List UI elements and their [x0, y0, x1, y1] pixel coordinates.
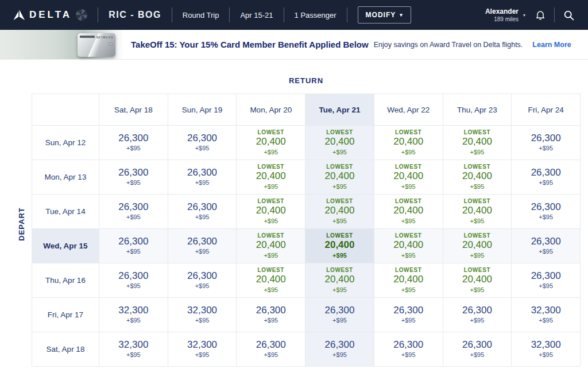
- lowest-badge: LOWEST: [464, 164, 490, 170]
- award-price: 26,300: [462, 305, 492, 316]
- fare-cell[interactable]: LOWEST20,400+$95: [305, 160, 374, 195]
- search-button[interactable]: [562, 8, 575, 22]
- fare-cell[interactable]: LOWEST20,400+$95: [374, 160, 443, 195]
- row-header-selected[interactable]: Wed, Apr 15: [32, 229, 99, 263]
- taxes-fee: +$95: [332, 317, 347, 324]
- fare-cell[interactable]: LOWEST20,400+$95: [237, 195, 305, 229]
- taxes-fee: +$95: [264, 317, 278, 324]
- fare-cell[interactable]: 26,300+$95: [99, 126, 168, 160]
- fare-cell[interactable]: LOWEST20,400+$95: [374, 263, 443, 298]
- fare-cell[interactable]: 26,300+$95: [443, 298, 512, 332]
- column-header-date[interactable]: Thu, Apr 23: [443, 94, 512, 126]
- taxes-fee: +$95: [401, 183, 416, 191]
- fare-cell[interactable]: 26,300+$95: [99, 263, 168, 298]
- fare-cell[interactable]: 26,300+$95: [512, 126, 581, 160]
- taxes-fee: +$95: [195, 351, 210, 359]
- taxes-fee: +$95: [264, 217, 278, 225]
- fare-cell[interactable]: 26,300+$95: [99, 229, 168, 263]
- chevron-down-icon[interactable]: ▾: [523, 13, 525, 18]
- trip-type-label[interactable]: Round Trip: [183, 11, 219, 20]
- row-header-date[interactable]: Sat, Apr 18: [32, 332, 99, 367]
- row-header-date[interactable]: Thu, Apr 16: [32, 263, 99, 298]
- user-menu[interactable]: Alexander 189 miles: [485, 7, 519, 22]
- fare-cell[interactable]: LOWEST20,400+$95: [443, 229, 512, 263]
- fare-cell[interactable]: 32,300+$95: [168, 298, 237, 332]
- fare-cell[interactable]: LOWEST20,400+$95: [443, 160, 512, 195]
- column-header-selected[interactable]: Tue, Apr 21: [305, 94, 374, 126]
- column-header-date[interactable]: Wed, Apr 22: [374, 94, 443, 126]
- fare-cell[interactable]: LOWEST20,400+$95: [374, 229, 443, 263]
- fare-cell[interactable]: 26,300+$95: [374, 332, 443, 367]
- row-header-date[interactable]: Sun, Apr 12: [32, 126, 99, 160]
- fare-cell[interactable]: LOWEST20,400+$95: [237, 229, 305, 263]
- lowest-badge: LOWEST: [258, 129, 284, 135]
- fare-cell[interactable]: LOWEST20,400+$95: [305, 126, 374, 160]
- row-header-date[interactable]: Mon, Apr 13: [32, 160, 99, 195]
- trip-dates-label[interactable]: Apr 15-21: [240, 11, 273, 20]
- fare-cell[interactable]: 26,300+$95: [237, 332, 305, 367]
- search-icon: [563, 9, 575, 21]
- fare-cell[interactable]: 32,300+$95: [99, 298, 168, 332]
- fare-cell[interactable]: LOWEST20,400+$95: [443, 263, 512, 298]
- fare-cell[interactable]: 26,300+$95: [168, 263, 237, 298]
- column-header-date[interactable]: Sat, Apr 18: [99, 94, 168, 126]
- fare-cell[interactable]: 26,300+$95: [305, 332, 374, 367]
- fare-cell[interactable]: 26,300+$95: [512, 229, 581, 263]
- fare-cell[interactable]: 26,300+$95: [168, 126, 237, 160]
- route-label[interactable]: RIC - BOG: [109, 10, 161, 20]
- award-price: 26,300: [187, 133, 217, 144]
- fare-cell[interactable]: 26,300+$95: [374, 298, 443, 332]
- fare-cell[interactable]: 32,300+$95: [168, 332, 237, 367]
- lowest-badge: LOWEST: [395, 232, 421, 239]
- fare-cell[interactable]: 26,300+$95: [99, 160, 168, 195]
- delta-widget-icon: [13, 9, 25, 21]
- fare-cell[interactable]: 26,300+$95: [305, 298, 374, 332]
- fare-cell[interactable]: LOWEST20,400+$95: [374, 126, 443, 160]
- taxes-fee: +$95: [195, 248, 210, 255]
- award-price: 26,300: [187, 236, 217, 247]
- fare-cell[interactable]: LOWEST20,400+$95: [305, 229, 374, 263]
- fare-cell[interactable]: 32,300+$95: [512, 332, 581, 367]
- fare-cell[interactable]: LOWEST20,400+$95: [305, 195, 374, 229]
- fare-cell[interactable]: LOWEST20,400+$95: [237, 160, 305, 195]
- passenger-count-label[interactable]: 1 Passenger: [295, 11, 336, 20]
- award-price: 32,300: [531, 340, 561, 351]
- fare-cell[interactable]: LOWEST20,400+$95: [374, 195, 443, 229]
- fare-cell[interactable]: 26,300+$95: [168, 229, 237, 263]
- lowest-badge: LOWEST: [395, 198, 421, 204]
- modify-button[interactable]: MODIFY ▾: [358, 6, 411, 24]
- fare-cell[interactable]: LOWEST20,400+$95: [443, 195, 512, 229]
- column-header-date[interactable]: Fri, Apr 24: [512, 94, 581, 126]
- taxes-fee: +$95: [539, 248, 553, 255]
- row-header-date[interactable]: Fri, Apr 17: [32, 298, 99, 332]
- fare-cell[interactable]: LOWEST20,400+$95: [443, 126, 512, 160]
- taxes-fee: +$95: [401, 351, 416, 359]
- fare-cell[interactable]: 26,300+$95: [512, 195, 581, 229]
- fare-cell[interactable]: 26,300+$95: [237, 298, 305, 332]
- award-price: 26,300: [531, 271, 561, 282]
- fare-cell[interactable]: LOWEST20,400+$95: [237, 263, 305, 298]
- notifications-button[interactable]: [533, 8, 547, 22]
- fare-cell[interactable]: 26,300+$95: [99, 195, 168, 229]
- fare-cell[interactable]: 26,300+$95: [168, 195, 237, 229]
- fare-cell[interactable]: LOWEST20,400+$95: [305, 263, 374, 298]
- fare-cell[interactable]: 26,300+$95: [168, 160, 237, 195]
- learn-more-link[interactable]: Learn More: [532, 41, 571, 49]
- fare-cell[interactable]: 26,300+$95: [512, 160, 581, 195]
- award-price: 20,400: [324, 171, 354, 182]
- fare-cell[interactable]: 32,300+$95: [512, 298, 581, 332]
- fare-cell[interactable]: 26,300+$95: [512, 263, 581, 298]
- delta-logo[interactable]: DELTA: [13, 9, 87, 21]
- award-price: 32,300: [531, 305, 561, 316]
- lowest-badge: LOWEST: [258, 267, 284, 273]
- column-header-date[interactable]: Sun, Apr 19: [168, 94, 237, 126]
- fare-cell[interactable]: 26,300+$95: [443, 332, 512, 367]
- fare-cell[interactable]: 32,300+$95: [99, 332, 168, 367]
- column-header-date[interactable]: Mon, Apr 20: [237, 94, 305, 126]
- brand-name: DELTA: [29, 9, 72, 21]
- award-price: 26,300: [256, 340, 286, 351]
- fare-cell[interactable]: LOWEST20,400+$95: [237, 126, 305, 160]
- taxes-fee: +$95: [332, 286, 347, 294]
- taxes-fee: +$95: [126, 282, 141, 290]
- row-header-date[interactable]: Tue, Apr 14: [32, 195, 99, 229]
